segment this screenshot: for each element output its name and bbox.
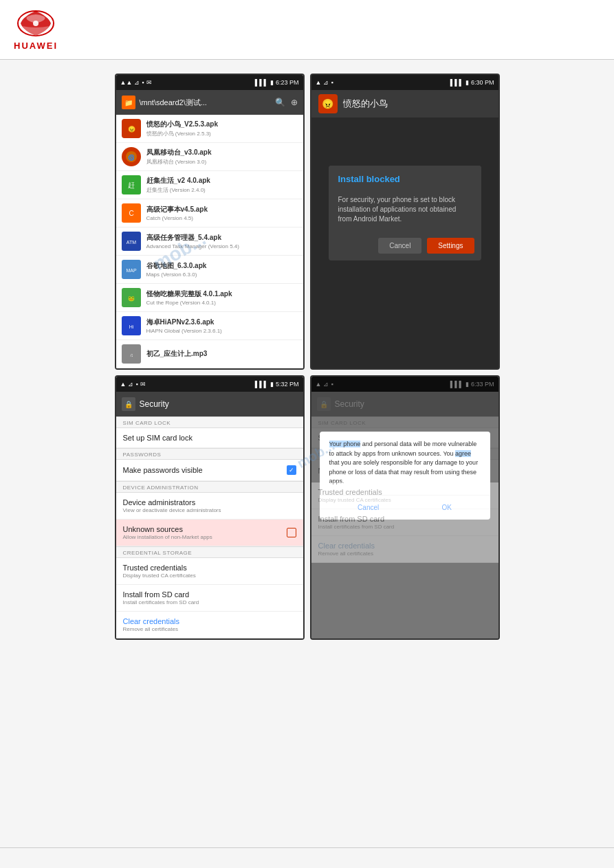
screen-security: ▲ ⊿ ▪ ✉ ▌▌▌ ▮ 5:32 PM 🔒 Security SIM CAR…	[115, 375, 305, 640]
file-name: 怪物吃糖果完整版 4.0.1.apk	[146, 289, 298, 299]
file-item[interactable]: ♫ 初乙_应生计上.mp3	[116, 340, 303, 368]
file-item[interactable]: 🌀 凤凰移动台_v3.0.apk 凤凰移动台 (Version 3.0)	[116, 143, 303, 171]
screen-security-dialog: ▲ ⊿ ▪ ▌▌▌ ▮ 6:33 PM 🔒 Security SIM CARD …	[310, 375, 500, 640]
settings-item-install-sd[interactable]: Install from SD card Install certificate…	[116, 585, 303, 612]
wifi-icon-3: ⊿	[128, 381, 133, 388]
time-2: 6:30 PM	[471, 79, 494, 86]
file-info: 谷歌地图_6.3.0.apk Maps (Version 6.3.0)	[146, 261, 298, 278]
file-subname: HiAPN Global (Version 2.3.6.1)	[146, 328, 298, 334]
security-title: Security	[140, 399, 169, 409]
status-icons-left-2: ▲ ⊿ ▪	[316, 79, 333, 86]
more-icon[interactable]: ⊕	[291, 98, 298, 107]
cancel-button[interactable]: Cancel	[378, 238, 421, 254]
signal-bar-2: ▌▌▌	[450, 79, 463, 86]
file-icon: Hi	[122, 316, 141, 335]
battery-icon-3: ▮	[270, 381, 274, 388]
svg-text:赶: 赶	[128, 181, 135, 189]
battery-icon-2: ▮	[465, 79, 469, 86]
settings-item-passwords[interactable]: Make passwords visible ✓	[116, 460, 303, 481]
file-info: 高级记事本v4.5.apk Catch (Version 4.5)	[146, 205, 298, 221]
clear-creds-title: Clear credentials	[123, 617, 296, 625]
file-manager-path: \mnt\sdeard2\测试...	[140, 98, 271, 108]
wifi-icon-2: ⊿	[323, 79, 329, 86]
file-info: 怪物吃糖果完整版 4.0.1.apk Cut the Rope (Version…	[146, 289, 298, 306]
file-icon: 😠	[122, 119, 141, 138]
device-admins-title: Device administrators	[123, 498, 296, 507]
file-item[interactable]: 😠 愤怒的小鸟_V2.5.3.apk 愤怒的小鸟 (Version 2.5.3)	[116, 115, 303, 143]
screen-install-blocked: ▲ ⊿ ▪ ▌▌▌ ▮ 6:30 PM 😠 愤怒的小鸟 Install bloc…	[310, 74, 500, 370]
search-icon[interactable]: 🔍	[275, 98, 285, 107]
section-header-device-admin: DEVICE ADMINISTRATION	[116, 481, 303, 493]
passwords-title: Make passwords visible	[123, 466, 203, 474]
file-subname: Advanced Task Manager (Version 5.4)	[146, 243, 298, 249]
svg-point-1	[33, 21, 39, 26]
svg-text:ATM: ATM	[126, 240, 135, 245]
trusted-creds-title: Trusted credentials	[123, 564, 296, 572]
file-icon: C	[122, 203, 141, 223]
status-right-1: ▌▌▌ ▮ 6:23 PM	[255, 79, 299, 86]
clear-creds-4-title: Clear credentials	[318, 542, 492, 550]
dialog-buttons: Cancel Settings	[329, 234, 481, 260]
file-name: 赶集生活_v2 4.0.apk	[146, 176, 298, 186]
settings-item-unknown-sources[interactable]: Unknown sources Allow installation of no…	[116, 520, 303, 546]
huawei-logo: HUAWEI	[14, 8, 58, 51]
unknown-sources-title: Unknown sources	[123, 525, 212, 533]
page-footer	[0, 847, 614, 868]
file-item[interactable]: ATM 高级任务管理器_5.4.apk Advanced Task Manage…	[116, 227, 303, 256]
wifi-icon-1: ⊿	[134, 79, 140, 86]
file-name: 海卓HiAPNv2.3.6.apk	[146, 318, 298, 327]
file-name: 高级任务管理器_5.4.apk	[146, 233, 298, 243]
trusted-creds-4-sub: Display trusted CA certificates	[318, 497, 492, 503]
file-name: 高级记事本v4.5.apk	[146, 205, 298, 214]
status-bar-1: ▲▲ ⊿ ▪ ✉ ▌▌▌ ▮ 6:23 PM	[116, 75, 303, 90]
file-item[interactable]: 🐸 怪物吃糖果完整版 4.0.1.apk Cut the Rope (Versi…	[116, 284, 303, 312]
svg-text:🌀: 🌀	[128, 154, 135, 161]
svg-text:♫: ♫	[129, 353, 133, 357]
file-manager-titlebar: 📁 \mnt\sdeard2\测试... 🔍 ⊕	[116, 90, 303, 115]
install-sd-sub: Install certificates from SD card	[123, 599, 296, 605]
file-info: 凤凰移动台_v3.0.apk 凤凰移动台 (Version 3.0)	[146, 148, 298, 166]
angry-birds-icon: 😠	[318, 94, 338, 113]
warning-text-4: that you are solely responsible for any …	[329, 459, 479, 485]
security-icon: 🔒	[122, 397, 135, 411]
sd-icon-2: ▪	[331, 79, 333, 86]
install-sd-title: Install from SD card	[123, 590, 296, 599]
screenshots-grid: ▲▲ ⊿ ▪ ✉ ▌▌▌ ▮ 6:23 PM 📁 \mnt\sdeard2\测试…	[115, 74, 500, 640]
trusted-creds-4-title: Trusted credentials	[318, 488, 492, 496]
file-info: 愤怒的小鸟_V2.5.3.apk 愤怒的小鸟 (Version 2.5.3)	[146, 120, 298, 137]
settings-list: SIM CARD LOCK Set up SIM card lock PASSW…	[116, 416, 303, 638]
notif-icon-1: ✉	[146, 79, 152, 86]
file-info: 高级任务管理器_5.4.apk Advanced Task Manager (V…	[146, 233, 298, 249]
file-subname: 愤怒的小鸟 (Version 2.5.3)	[146, 130, 298, 137]
file-item[interactable]: Hi 海卓HiAPNv2.3.6.apk HiAPN Global (Versi…	[116, 312, 303, 340]
sim-lock-title: Set up SIM card lock	[123, 434, 296, 442]
screen2-appbar: 😠 愤怒的小鸟	[311, 90, 498, 118]
settings-item-device-admins[interactable]: Device administrators View or deactivate…	[116, 493, 303, 520]
unknown-sources-checkbox[interactable]	[287, 528, 296, 537]
screen4-below-settings: Trusted credentials Display trusted CA c…	[311, 482, 498, 563]
clear-creds-sub: Remove all certificates	[123, 626, 296, 632]
file-item[interactable]: MAP 谷歌地图_6.3.0.apk Maps (Version 6.3.0)	[116, 256, 303, 284]
signal-icon-1: ▲▲	[120, 79, 133, 86]
file-list: 😠 愤怒的小鸟_V2.5.3.apk 愤怒的小鸟 (Version 2.5.3)…	[116, 115, 303, 368]
settings-button[interactable]: Settings	[427, 238, 474, 254]
settings-item-clear-creds[interactable]: Clear credentials Remove all certificate…	[116, 612, 303, 638]
file-item[interactable]: C 高级记事本v4.5.apk Catch (Version 4.5)	[116, 199, 303, 227]
warning-text-1: Your phone	[329, 441, 361, 447]
signal-icon-2: ▲	[316, 79, 322, 86]
settings-item-sim-lock[interactable]: Set up SIM card lock	[116, 428, 303, 448]
file-name: 愤怒的小鸟_V2.5.3.apk	[146, 120, 298, 129]
battery-icon-1: ▮	[270, 79, 274, 86]
install-sd-4-sub: Install certificates from SD card	[318, 524, 492, 530]
file-item[interactable]: 赶 赶集生活_v2 4.0.apk 赶集生活 (Version 2.4.0)	[116, 171, 303, 199]
status-bar-2: ▲ ⊿ ▪ ▌▌▌ ▮ 6:30 PM	[311, 75, 498, 90]
file-subname: 赶集生活 (Version 2.4.0)	[146, 186, 298, 194]
status-right-2: ▌▌▌ ▮ 6:30 PM	[450, 79, 494, 86]
file-info: 赶集生活_v2 4.0.apk 赶集生活 (Version 2.4.0)	[146, 176, 298, 194]
file-subname: 凤凰移动台 (Version 3.0)	[146, 158, 298, 166]
passwords-checkbox[interactable]: ✓	[287, 465, 296, 475]
settings-item-trusted-creds[interactable]: Trusted credentials Display trusted CA c…	[116, 558, 303, 585]
file-icon: 🐸	[122, 288, 141, 307]
file-subname: Maps (Version 6.3.0)	[146, 271, 298, 278]
signal-bar-3: ▌▌▌	[255, 381, 268, 388]
